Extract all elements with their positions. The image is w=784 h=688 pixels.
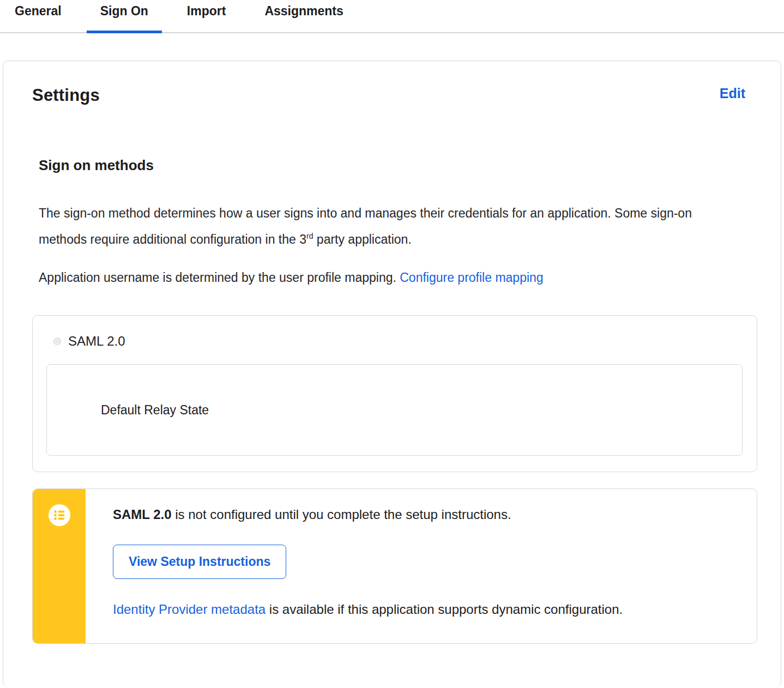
callout-message-strong: SAML 2.0 xyxy=(113,507,172,522)
app-tab-bar: General Sign On Import Assignments xyxy=(0,0,784,33)
saml-radio-label: SAML 2.0 xyxy=(68,334,125,349)
settings-card-header: Settings Edit xyxy=(32,86,757,105)
tab-import[interactable]: Import xyxy=(187,0,226,32)
settings-card: Settings Edit Sign on methods The sign-o… xyxy=(3,61,781,687)
tab-sign-on[interactable]: Sign On xyxy=(100,0,148,32)
edit-settings-link[interactable]: Edit xyxy=(720,86,745,101)
callout-message-rest: is not configured until you complete the… xyxy=(172,507,511,522)
callout-accent-bar xyxy=(33,489,86,643)
sign-on-methods-heading: Sign on methods xyxy=(39,157,757,174)
setup-instructions-list-icon xyxy=(49,504,70,526)
default-relay-state-label: Default Relay State xyxy=(101,403,209,418)
tab-assignments[interactable]: Assignments xyxy=(264,0,343,32)
profile-mapping-note: Application username is determined by th… xyxy=(39,264,715,291)
ordinal-superscript: rd xyxy=(306,232,313,240)
saml-setup-callout: SAML 2.0 is not configured until you com… xyxy=(32,488,757,644)
profile-mapping-text: Application username is determined by th… xyxy=(39,270,400,285)
saml-method-box: SAML 2.0 Default Relay State xyxy=(32,315,757,472)
saml-settings-fieldset: Default Relay State xyxy=(46,364,743,456)
callout-footer-text: is available if this application support… xyxy=(266,602,623,617)
settings-title: Settings xyxy=(32,86,100,105)
identity-provider-metadata-link[interactable]: Identity Provider metadata xyxy=(113,602,266,617)
description-text-after: party application. xyxy=(313,232,411,246)
saml-radio-button[interactable] xyxy=(54,338,61,345)
callout-body: SAML 2.0 is not configured until you com… xyxy=(86,489,757,643)
callout-message: SAML 2.0 is not configured until you com… xyxy=(113,505,735,524)
saml-radio-row: SAML 2.0 xyxy=(54,334,743,349)
sign-on-methods-description: The sign-on method determines how a user… xyxy=(39,200,715,252)
tab-general[interactable]: General xyxy=(15,0,62,32)
view-setup-instructions-button[interactable]: View Setup Instructions xyxy=(113,545,286,579)
configure-profile-mapping-link[interactable]: Configure profile mapping xyxy=(400,270,543,285)
callout-footer: Identity Provider metadata is available … xyxy=(113,602,735,617)
